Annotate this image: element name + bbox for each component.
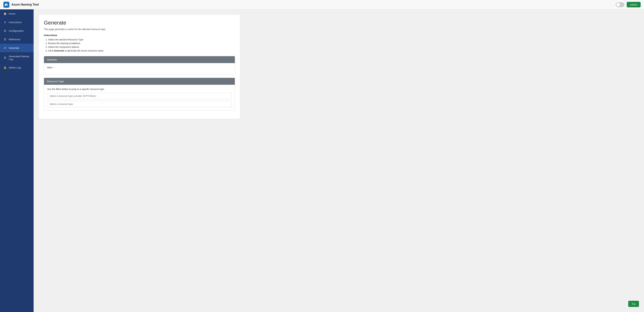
sidebar-item-generate-label: Generate bbox=[9, 46, 19, 49]
resource-type-section: Resource Type Use the filters below to j… bbox=[44, 78, 235, 110]
instructions-list: Select the desired Resource Type Review … bbox=[44, 38, 235, 52]
resource-type-section-body: Use the filters below to jump to a speci… bbox=[44, 85, 235, 110]
sidebar-item-generated-names-log[interactable]: ☰ Generated Names Log bbox=[0, 52, 34, 63]
theme-toggle[interactable] bbox=[616, 2, 624, 7]
sidebar-item-admin-log-label: Admin Log bbox=[9, 66, 21, 69]
sidebar-item-reference[interactable]: ☰ Reference bbox=[0, 35, 34, 44]
admin-button[interactable]: Admin bbox=[627, 2, 641, 7]
generate-bold: Generate bbox=[54, 49, 64, 52]
topbar-right: Admin bbox=[616, 2, 641, 7]
list-icon: ☰ bbox=[3, 38, 7, 41]
resource-type-select[interactable]: Select a resource type bbox=[47, 101, 232, 107]
sidebar-item-generate[interactable]: ✔ Generate bbox=[0, 44, 34, 52]
content-card: Generate This page generates a name for … bbox=[39, 14, 240, 119]
instruction-step-2: Review the Naming Guidelines bbox=[46, 42, 235, 45]
home-icon: 🏠 bbox=[3, 12, 7, 15]
topbar-left: Azure Naming Tool bbox=[3, 2, 39, 8]
check-icon: ✔ bbox=[3, 46, 7, 49]
gear-icon: ⚙ bbox=[3, 29, 7, 32]
sidebar-item-generated-names-log-label: Generated Names Log bbox=[9, 55, 30, 61]
delimiter-section-header: Delimiter bbox=[44, 56, 235, 63]
sidebar-item-admin-log[interactable]: 🔒 Admin Log bbox=[0, 63, 34, 72]
sidebar-item-instructions-label: Instructions bbox=[9, 21, 22, 24]
delimiter-section-body: dash: - bbox=[44, 63, 235, 74]
provider-select[interactable]: Select a resource type provider (OPTIONA… bbox=[47, 93, 232, 99]
sidebar-item-home-label: Home bbox=[9, 12, 16, 15]
app-logo-icon bbox=[3, 2, 10, 8]
delimiter-value: dash: - bbox=[47, 66, 232, 69]
sidebar-item-configuration-label: Configuration bbox=[9, 29, 24, 32]
topbar: Azure Naming Tool Admin bbox=[0, 0, 644, 9]
sidebar-item-instructions[interactable]: ℹ Instructions bbox=[0, 18, 34, 26]
info-icon: ℹ bbox=[3, 21, 7, 24]
page-title: Generate bbox=[44, 20, 235, 26]
instruction-step-3: Select the component options bbox=[46, 46, 235, 48]
instructions-heading: Instructions bbox=[44, 34, 235, 36]
sidebar-item-home[interactable]: 🏠 Home bbox=[0, 9, 34, 18]
instruction-step-4: Click Generate to generate the Azure res… bbox=[46, 49, 235, 52]
toggle-knob bbox=[616, 3, 620, 6]
lock-icon: 🔒 bbox=[3, 66, 7, 69]
app-title: Azure Naming Tool bbox=[12, 3, 39, 6]
sidebar: 🏠 Home ℹ Instructions ⚙ Configuration ☰ … bbox=[0, 9, 34, 312]
log-icon: ☰ bbox=[3, 56, 7, 59]
sidebar-item-reference-label: Reference bbox=[9, 38, 20, 41]
layout: 🏠 Home ℹ Instructions ⚙ Configuration ☰ … bbox=[0, 9, 644, 312]
main-content: Generate This page generates a name for … bbox=[34, 9, 644, 312]
page-subtitle: This page generates a name for the selec… bbox=[44, 28, 235, 30]
resource-type-section-header: Resource Type bbox=[44, 78, 235, 85]
instruction-step-1: Select the desired Resource Type bbox=[46, 38, 235, 41]
top-button[interactable]: Top bbox=[628, 301, 639, 307]
sidebar-item-configuration[interactable]: ⚙ Configuration bbox=[0, 26, 34, 35]
resource-type-description: Use the filters below to jump to a speci… bbox=[47, 88, 232, 90]
delimiter-section: Delimiter dash: - bbox=[44, 56, 235, 74]
